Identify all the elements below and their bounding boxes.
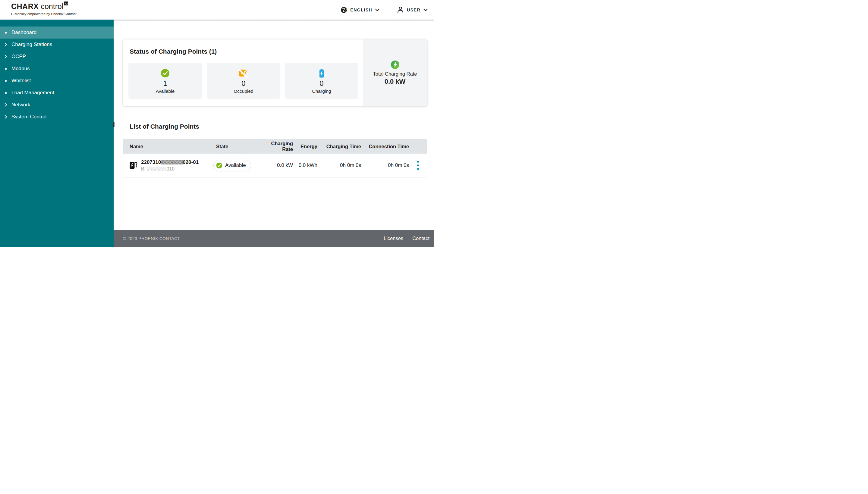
- charging-points-table: Name State Charging Rate Energy Charging…: [123, 139, 427, 177]
- sidebar-item-label: Modbus: [12, 66, 30, 72]
- status-tile-charging: 0 Charging: [285, 63, 358, 99]
- phoenix-contact-mark-icon: [64, 1, 68, 5]
- copyright-text: © 2023 PHOENIX CONTACT: [123, 236, 180, 241]
- sidebar-item-label: Load Management: [12, 90, 54, 96]
- sidebar-item-label: Dashboard: [12, 30, 36, 36]
- sidebar-item-label: Network: [12, 102, 30, 108]
- sidebar-item-dashboard[interactable]: Dashboard: [0, 26, 114, 39]
- contact-link[interactable]: Contact: [412, 235, 429, 241]
- header-shadow: [114, 20, 434, 21]
- occupied-count: 0: [241, 79, 245, 87]
- chevron-down-icon: [375, 7, 380, 12]
- bullet-icon: [5, 92, 7, 94]
- sidebar-item-modbus[interactable]: Modbus: [0, 63, 114, 75]
- app-logo[interactable]: CHARX control E-Mobility empowered by Ph…: [11, 2, 77, 16]
- col-header-state: State: [214, 144, 265, 149]
- charx-control-app: CHARX control E-Mobility empowered by Ph…: [0, 0, 434, 247]
- charging-rate-value: 0.0 kW: [265, 163, 293, 168]
- sidebar-item-load-management[interactable]: Load Management: [0, 87, 114, 99]
- battery-charging-icon: [316, 68, 327, 79]
- table-row[interactable]: 2207310020-01 BF010 Available 0.0 kW 0.0…: [123, 154, 427, 177]
- charging-point-name-cell: 2207310020-01 BF010: [123, 159, 214, 172]
- sidebar-item-charging-stations[interactable]: Charging Stations: [0, 39, 114, 51]
- available-count: 1: [163, 79, 167, 87]
- redacted-text: [161, 160, 183, 165]
- language-label: ENGLISH: [350, 7, 372, 12]
- bullet-icon: [5, 32, 7, 34]
- state-badge[interactable]: Available: [214, 160, 251, 171]
- available-label: Available: [156, 89, 175, 94]
- sidebar-item-whitelist[interactable]: Whitelist: [0, 75, 114, 87]
- page-footer: © 2023 PHOENIX CONTACT Licenses Contact: [114, 230, 434, 247]
- connection-time-value: 0h 0m 0s: [361, 163, 409, 168]
- licenses-link[interactable]: Licenses: [384, 235, 403, 241]
- total-charging-rate-panel: Total Charging Rate 0.0 kW: [363, 39, 427, 106]
- logo-product: control: [41, 2, 63, 10]
- sidebar-item-label: System Control: [12, 114, 47, 120]
- sidebar-item-system-control[interactable]: System Control: [0, 111, 114, 123]
- charging-count: 0: [319, 79, 324, 87]
- col-header-connection-time: Connection Time: [361, 144, 409, 149]
- user-icon: [396, 6, 404, 14]
- user-label: USER: [407, 7, 421, 12]
- globe-icon: [340, 6, 348, 14]
- charging-label: Charging: [312, 89, 331, 94]
- chevron-down-icon: [423, 7, 428, 12]
- check-circle-icon: [216, 163, 222, 169]
- energy-value: 0.0 kWh: [293, 163, 317, 168]
- status-title: Status of Charging Points (1): [130, 48, 217, 55]
- sidebar-item-network[interactable]: Network: [0, 99, 114, 111]
- status-tile-available: 1 Available: [128, 63, 202, 99]
- sidebar-item-label: Charging Stations: [12, 42, 52, 48]
- charging-point-subname: BF010: [141, 166, 199, 172]
- col-header-charging-time: Charging Time: [317, 144, 361, 149]
- language-selector[interactable]: ENGLISH: [340, 6, 380, 14]
- chevron-right-icon: [4, 55, 8, 59]
- col-header-energy: Energy: [293, 144, 317, 149]
- total-charging-rate-label: Total Charging Rate: [373, 71, 417, 77]
- charging-point-name: 2207310020-01: [141, 159, 199, 166]
- top-header: CHARX control E-Mobility empowered by Ph…: [0, 0, 434, 20]
- list-title: List of Charging Points: [130, 123, 199, 130]
- state-label: Available: [225, 163, 246, 168]
- sidebar-item-label: OCPP: [12, 54, 26, 60]
- chevron-right-icon: [4, 115, 8, 119]
- occupied-label: Occupied: [234, 89, 253, 94]
- check-circle-icon: [161, 69, 170, 78]
- no-charging-icon: [238, 67, 250, 79]
- bullet-icon: [5, 68, 7, 70]
- table-header-row: Name State Charging Rate Energy Charging…: [123, 139, 427, 154]
- charging-time-value: 0h 0m 0s: [317, 163, 361, 168]
- row-actions-kebab-icon[interactable]: [409, 161, 427, 170]
- status-card: Status of Charging Points (1) 1 Availabl…: [123, 39, 427, 106]
- energy-bolt-icon: [391, 60, 400, 69]
- logo-subtitle: E-Mobility empowered by Phoenix Contact: [11, 12, 77, 16]
- sidebar-resize-handle[interactable]: [113, 122, 116, 127]
- chevron-right-icon: [4, 103, 8, 107]
- chevron-right-icon: [4, 42, 8, 47]
- user-menu[interactable]: USER: [396, 6, 428, 14]
- col-header-name: Name: [123, 144, 214, 149]
- sidebar-item-ocpp[interactable]: OCPP: [0, 51, 114, 63]
- charging-station-icon: [130, 160, 137, 170]
- state-cell: Available: [214, 160, 265, 171]
- col-header-charging-rate: Charging Rate: [265, 141, 293, 152]
- status-tile-occupied: 0 Occupied: [207, 63, 280, 99]
- sidebar-nav: Dashboard Charging Stations OCPP Modbus …: [0, 20, 114, 247]
- total-charging-rate-value: 0.0 kW: [385, 78, 406, 86]
- redacted-text: [147, 167, 166, 171]
- logo-brand: CHARX: [11, 2, 39, 10]
- sidebar-item-label: Whitelist: [12, 78, 31, 84]
- bullet-icon: [5, 80, 7, 82]
